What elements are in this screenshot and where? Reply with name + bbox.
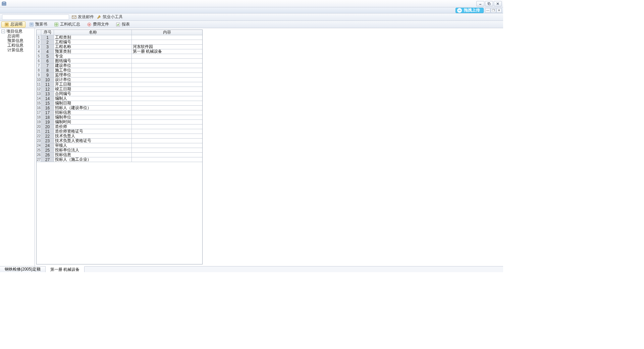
cell-seq[interactable]: 21 bbox=[41, 129, 54, 134]
grid-row[interactable]: 55专业 bbox=[37, 54, 202, 59]
cell-seq[interactable]: 18 bbox=[41, 115, 54, 120]
grid-row[interactable]: 2626投标信息 bbox=[37, 153, 202, 157]
cell-seq[interactable]: 13 bbox=[41, 92, 54, 96]
grid-row[interactable]: 99监理单位 bbox=[37, 73, 202, 78]
cell-name[interactable]: 编制时间 bbox=[54, 120, 132, 124]
grid-row[interactable]: 1414编制人 bbox=[37, 96, 202, 101]
cell-content[interactable] bbox=[132, 120, 202, 124]
grid-row[interactable]: 2727投标人（施工企业） bbox=[37, 157, 202, 162]
grid-row[interactable]: 1818编制单位 bbox=[37, 115, 202, 120]
cell-seq[interactable]: 2 bbox=[41, 40, 54, 45]
cell-content[interactable] bbox=[132, 106, 202, 110]
grid-row[interactable]: 11工程类别 bbox=[37, 35, 202, 40]
cell-seq[interactable]: 8 bbox=[41, 68, 54, 73]
search-field[interactable] bbox=[2, 14, 69, 20]
doc-minimize-button[interactable]: — bbox=[485, 8, 490, 13]
cell-seq[interactable]: 9 bbox=[41, 73, 54, 78]
cell-name[interactable]: 编制单位 bbox=[54, 115, 132, 120]
small-tool-button[interactable]: 筑业小工具 bbox=[97, 14, 123, 20]
tab-3[interactable]: ¥费用文件 bbox=[84, 21, 112, 28]
cell-name[interactable]: 编制人 bbox=[54, 96, 132, 101]
cell-content[interactable] bbox=[132, 73, 202, 78]
cell-seq[interactable]: 3 bbox=[41, 45, 54, 49]
cell-name[interactable]: 技术负责人资格证号 bbox=[54, 139, 132, 143]
cell-name[interactable]: 工程类别 bbox=[54, 35, 132, 40]
cell-seq[interactable]: 11 bbox=[41, 82, 54, 87]
cell-name[interactable]: 招标人（建设单位） bbox=[54, 106, 132, 110]
cell-seq[interactable]: 25 bbox=[41, 148, 54, 153]
cell-content[interactable] bbox=[132, 153, 202, 157]
cell-name[interactable]: 开工日期 bbox=[54, 82, 132, 87]
cell-name[interactable]: 招标信息 bbox=[54, 110, 132, 115]
cell-content[interactable] bbox=[132, 59, 202, 63]
cell-name[interactable]: 监理单位 bbox=[54, 73, 132, 78]
grid-row[interactable]: 2222技术负责人 bbox=[37, 134, 202, 139]
cell-seq[interactable]: 22 bbox=[41, 134, 54, 139]
cell-name[interactable]: 图纸编号 bbox=[54, 59, 132, 63]
grid-row[interactable]: 2121造价师资格证号 bbox=[37, 129, 202, 134]
cell-name[interactable]: 审核人 bbox=[54, 143, 132, 148]
cell-name[interactable]: 建设单位 bbox=[54, 63, 132, 68]
cell-name[interactable]: 合同编号 bbox=[54, 92, 132, 96]
cell-seq[interactable]: 6 bbox=[41, 59, 54, 63]
col-header-seq[interactable]: 序号 bbox=[41, 30, 54, 35]
cell-content[interactable] bbox=[132, 78, 202, 82]
cell-name[interactable]: 预算类别 bbox=[54, 49, 132, 54]
grid-row[interactable]: 1212竣工日期 bbox=[37, 87, 202, 92]
grid-row[interactable]: 1111开工日期 bbox=[37, 82, 202, 87]
cell-name[interactable]: 造价师 bbox=[54, 124, 132, 129]
cell-content[interactable] bbox=[132, 63, 202, 68]
cell-content[interactable] bbox=[132, 124, 202, 129]
cell-name[interactable]: 设计单位 bbox=[54, 78, 132, 82]
cell-name[interactable]: 竣工日期 bbox=[54, 87, 132, 92]
cell-content[interactable] bbox=[132, 35, 202, 40]
tab-2[interactable]: 工料机汇总 bbox=[51, 21, 83, 28]
doc-close-button[interactable]: ✕ bbox=[496, 8, 502, 13]
grid-row[interactable]: 2424审核人 bbox=[37, 143, 202, 148]
cell-content[interactable] bbox=[132, 96, 202, 101]
cell-name[interactable]: 工程名称 bbox=[54, 45, 132, 49]
grid-row[interactable]: 2525投标单位法人 bbox=[37, 148, 202, 153]
cell-name[interactable]: 投标单位法人 bbox=[54, 148, 132, 153]
tab-4[interactable]: 报表 bbox=[113, 21, 133, 28]
grid-row[interactable]: 1919编制时间 bbox=[37, 120, 202, 124]
grid-row[interactable]: 1010设计单位 bbox=[37, 78, 202, 82]
cell-name[interactable]: 施工单位 bbox=[54, 68, 132, 73]
cell-seq[interactable]: 23 bbox=[41, 139, 54, 143]
cell-content[interactable] bbox=[132, 143, 202, 148]
cell-content[interactable] bbox=[132, 87, 202, 92]
cell-seq[interactable]: 12 bbox=[41, 87, 54, 92]
cell-seq[interactable]: 1 bbox=[41, 35, 54, 40]
grid-row[interactable]: 1313合同编号 bbox=[37, 92, 202, 96]
cell-content[interactable] bbox=[132, 139, 202, 143]
grid-row[interactable]: 88施工单位 bbox=[37, 68, 202, 73]
cell-content[interactable] bbox=[132, 148, 202, 153]
cell-seq[interactable]: 4 bbox=[41, 49, 54, 54]
cell-content[interactable] bbox=[132, 129, 202, 134]
cell-content[interactable] bbox=[132, 82, 202, 87]
cell-content[interactable] bbox=[132, 40, 202, 45]
doc-restore-button[interactable]: ❐ bbox=[491, 8, 496, 13]
cell-content[interactable] bbox=[132, 134, 202, 139]
cell-seq[interactable]: 27 bbox=[41, 157, 54, 162]
tab-1[interactable]: 预算书 bbox=[26, 21, 50, 28]
grid-row[interactable]: 1616招标人（建设单位） bbox=[37, 106, 202, 110]
cell-content[interactable] bbox=[132, 54, 202, 59]
cell-name[interactable]: 编制日期 bbox=[54, 101, 132, 106]
grid-row[interactable]: 2323技术负责人资格证号 bbox=[37, 139, 202, 143]
cell-content[interactable]: 第一册 机械设备 bbox=[132, 49, 202, 54]
minimize-button[interactable] bbox=[476, 1, 484, 6]
cell-seq[interactable]: 7 bbox=[41, 63, 54, 68]
cell-seq[interactable]: 5 bbox=[41, 54, 54, 59]
cloud-upload-button[interactable]: ∞ 拖拽上传 bbox=[455, 8, 484, 13]
cell-name[interactable]: 技术负责人 bbox=[54, 134, 132, 139]
close-button[interactable] bbox=[494, 1, 502, 6]
data-grid[interactable]: 序号 名称 内容 11工程类别22工程编号33工程名称河东软件园44预算类别第一… bbox=[36, 30, 203, 264]
cell-content[interactable] bbox=[132, 92, 202, 96]
cell-seq[interactable]: 16 bbox=[41, 106, 54, 110]
grid-row[interactable]: 66图纸编号 bbox=[37, 59, 202, 63]
status-tab-1[interactable]: 第一册 机械设备 bbox=[46, 266, 85, 272]
cell-seq[interactable]: 17 bbox=[41, 110, 54, 115]
cell-name[interactable]: 投标信息 bbox=[54, 153, 132, 157]
cell-seq[interactable]: 26 bbox=[41, 153, 54, 157]
